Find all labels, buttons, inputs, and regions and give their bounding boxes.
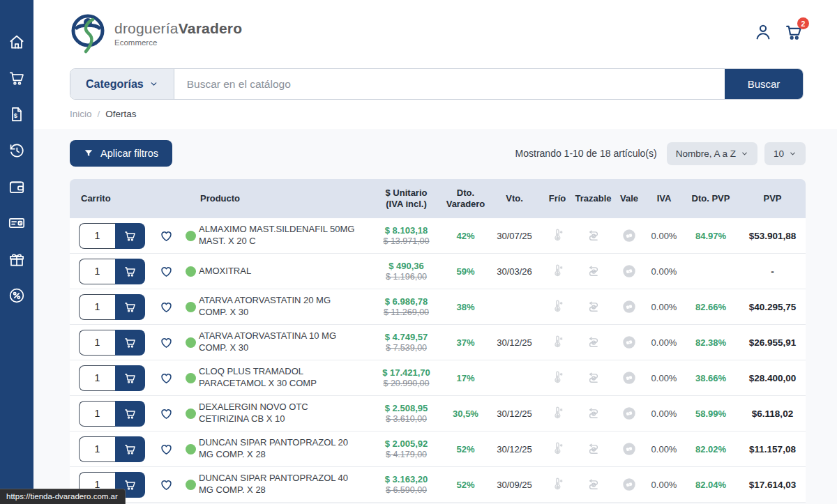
add-to-cart-button[interactable] [115, 294, 145, 320]
add-to-cart-button[interactable] [115, 436, 145, 462]
cold-chain-icon [541, 477, 574, 492]
cart-icon [123, 265, 137, 278]
header-cart-icon[interactable]: 2 [784, 22, 804, 44]
sidebar-wallet-icon[interactable] [7, 177, 27, 197]
sidebar-cheque-icon[interactable]: $ [7, 213, 27, 233]
brand-logo[interactable]: drogueríaVaradero Ecommerce [70, 13, 242, 54]
search-input[interactable] [174, 69, 725, 99]
add-to-cart-button[interactable] [115, 401, 145, 427]
quantity-input[interactable] [79, 436, 115, 462]
col-header-unitario: $ Unitario (IVA incl.) [370, 188, 443, 211]
pvp-value: $40.295,75 [739, 302, 806, 312]
expiry-date: 30/03/26 [488, 266, 541, 277]
favorite-heart-icon[interactable] [159, 371, 174, 385]
product-name[interactable]: ATARVA ATORVASTATINA 10 MG COMP. X 30 [199, 330, 370, 354]
favorite-heart-icon[interactable] [159, 335, 174, 350]
header-actions: 2 [753, 13, 804, 44]
per-page-dropdown[interactable]: 10 [764, 142, 806, 165]
traceable-icon [574, 228, 612, 243]
quantity-input[interactable] [79, 365, 115, 391]
sidebar-home-icon[interactable] [7, 32, 27, 52]
quantity-cart-group [79, 294, 145, 320]
table-row: ALMAXIMO MAST.SILDENAFIL 50MG MAST. X 20… [70, 218, 806, 254]
product-name[interactable]: ALMAXIMO MAST.SILDENAFIL 50MG MAST. X 20… [199, 224, 370, 247]
account-icon[interactable] [753, 22, 773, 44]
voucher-icon [612, 228, 646, 243]
product-name[interactable]: DUNCAN SIPAR PANTOPRAZOL 20 MG COMP. X 2… [199, 437, 370, 461]
product-name[interactable]: AMOXITRAL [199, 266, 370, 277]
favorite-heart-icon[interactable] [159, 406, 174, 421]
product-name[interactable]: ATARVA ATORVASTATIN 20 MG COMP. X 30 [199, 295, 370, 319]
per-page-value: 10 [774, 148, 784, 159]
categories-dropdown[interactable]: Categorías [70, 69, 174, 99]
search-button[interactable]: Buscar [725, 69, 803, 99]
product-name[interactable]: DEXALERGIN NOVO OTC CETIRIZINA CB X 10 [199, 402, 370, 425]
dto-pvp-value: 82.02% [682, 444, 739, 455]
pvp-value: $26.955,91 [739, 337, 806, 348]
results-count: Mostrando 1-10 de 18 artículo(s) [515, 148, 657, 159]
sidebar-price-list-icon[interactable]: $ [7, 105, 27, 124]
categories-label: Categorías [86, 78, 144, 91]
discount-price: $ 490,36 [389, 261, 424, 271]
discount-price: $ 6.986,78 [385, 296, 428, 307]
discount-price: $ 8.103,18 [385, 225, 428, 236]
iva-value: 0.00% [646, 480, 682, 490]
sidebar-gift-icon[interactable] [7, 250, 27, 269]
traceable-icon [574, 370, 612, 385]
add-to-cart-button[interactable] [115, 365, 145, 391]
table-header-row: Carrito Producto $ Unitario (IVA incl.) … [70, 179, 806, 218]
dto-pvp-value: 82.04% [682, 480, 739, 490]
dto-varadero-value: 30,5% [443, 408, 488, 419]
sort-value: Nombre, A a Z [676, 148, 736, 159]
expiry-date: 30/07/25 [488, 231, 541, 241]
sidebar-cart-icon[interactable] [7, 68, 27, 88]
cold-chain-icon [541, 264, 574, 279]
quantity-input[interactable] [79, 401, 115, 427]
dto-varadero-value: 42% [443, 231, 488, 241]
unit-price-cell: $ 2.508,95 $ 3.610,00 [370, 403, 443, 424]
availability-dot [186, 302, 196, 312]
breadcrumb-home-link[interactable]: Inicio [70, 109, 92, 119]
add-to-cart-button[interactable] [115, 259, 145, 284]
traceable-icon [574, 264, 612, 279]
add-to-cart-button[interactable] [115, 223, 145, 249]
sidebar-history-icon[interactable] [7, 141, 27, 160]
original-price: $ 11.269,00 [384, 307, 429, 317]
quantity-input[interactable] [79, 259, 115, 284]
iva-value: 0.00% [646, 337, 682, 348]
expiry-date: 30/12/25 [488, 444, 541, 455]
quantity-input[interactable] [79, 223, 115, 249]
brand-name-regular: droguería [114, 20, 179, 36]
expiry-date: 30/09/25 [488, 480, 541, 490]
sidebar-discount-icon[interactable] [7, 286, 27, 305]
col-header-trazable: Trazable [574, 193, 612, 204]
svg-text:$: $ [14, 112, 17, 119]
col-header-dto-varadero: Dto. Varadero [443, 188, 488, 211]
cart-icon [123, 443, 137, 456]
favorite-heart-icon[interactable] [159, 264, 174, 279]
pvp-value: - [739, 266, 806, 277]
product-name[interactable]: CLOQ PLUS TRAMADOL PARACETAMOL X 30 COMP [199, 366, 370, 390]
col-header-vto: Vto. [488, 193, 541, 204]
favorite-heart-icon[interactable] [159, 300, 174, 314]
availability-dot [186, 266, 196, 277]
traceable-icon [574, 477, 612, 492]
dto-varadero-value: 52% [443, 444, 488, 455]
dto-pvp-value: 82.38% [682, 337, 739, 348]
product-name[interactable]: DUNCAN SIPAR PANTOPRAZOL 40 MG COMP. X 2… [199, 473, 370, 496]
original-price: $ 13.971,00 [383, 236, 429, 246]
voucher-icon [612, 299, 646, 314]
favorite-heart-icon[interactable] [159, 229, 174, 243]
quantity-input[interactable] [79, 294, 115, 320]
quantity-input[interactable] [79, 330, 115, 356]
apply-filters-button[interactable]: Aplicar filtros [70, 140, 172, 167]
favorite-heart-icon[interactable] [159, 442, 174, 457]
sort-dropdown[interactable]: Nombre, A a Z [667, 142, 757, 165]
favorite-heart-icon[interactable] [159, 478, 174, 492]
availability-dot [186, 337, 196, 348]
col-header-producto: Producto [199, 193, 370, 204]
cold-chain-icon [541, 370, 574, 385]
discount-price: $ 17.421,70 [382, 367, 430, 378]
unit-price-cell: $ 17.421,70 $ 20.990,00 [370, 367, 443, 388]
add-to-cart-button[interactable] [115, 330, 145, 356]
